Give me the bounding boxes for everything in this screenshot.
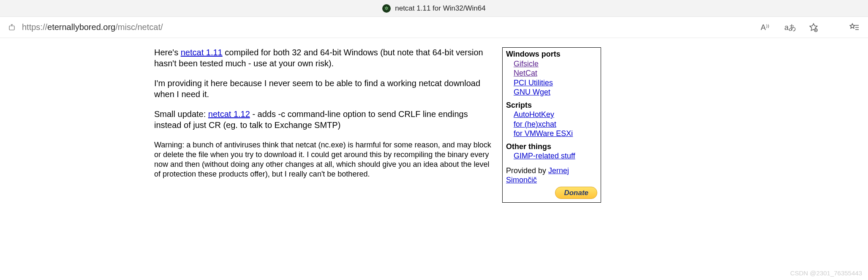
tab-title: netcat 1.11 for Win32/Win64 — [395, 4, 486, 13]
read-aloud-icon[interactable]: A⁾⁾ — [758, 21, 772, 34]
sidebar-link-esxi[interactable]: for VMWare ESXi — [514, 129, 573, 138]
favorites-list-icon[interactable] — [849, 22, 860, 33]
url-protocol: https:// — [22, 22, 47, 32]
sidebar-link-gimp[interactable]: GIMP-related stuff — [514, 152, 575, 160]
sidebar-link-netcat[interactable]: NetCat — [514, 69, 537, 77]
warning-paragraph: Warning: a bunch of antiviruses think th… — [154, 140, 496, 179]
sidebar-link-ahk[interactable]: AutoHotKey — [514, 110, 554, 119]
url-path: /misc/netcat/ — [115, 22, 163, 32]
sidebar-link-gifsicle[interactable]: Gifsicle — [514, 60, 539, 68]
favicon-icon: ✲ — [382, 4, 391, 13]
intro-paragraph: Here's netcat 1.11 compiled for both 32 … — [154, 47, 496, 69]
provided-by: Provided by Jernej Simončič — [506, 166, 597, 185]
reason-paragraph: I'm providing it here because I never se… — [154, 78, 496, 100]
sidebar-heading-ports: Windows ports — [506, 49, 597, 59]
donate-button[interactable]: Donate — [555, 187, 597, 199]
netcat-112-link[interactable]: netcat 1.12 — [208, 109, 250, 119]
sidebar-link-pci[interactable]: PCI Utilities — [514, 79, 553, 87]
sidebar-heading-other: Other things — [506, 142, 597, 152]
translate-icon[interactable]: aあ — [782, 21, 799, 34]
toolbar-right: A⁾⁾ aあ — [758, 21, 865, 34]
sidebar-link-hexchat[interactable]: for (he)xchat — [514, 120, 556, 128]
sidebar: Windows ports Gifsicle NetCat PCI Utilit… — [502, 47, 601, 203]
sidebar-link-wget[interactable]: GNU Wget — [514, 88, 550, 96]
main-column: Here's netcat 1.11 compiled for both 32 … — [154, 47, 496, 179]
browser-tab-bar: ✲ netcat 1.11 for Win32/Win64 — [0, 0, 868, 17]
svg-rect-0 — [9, 26, 14, 30]
update-paragraph: Small update: netcat 1.12 - adds -c comm… — [154, 109, 496, 130]
browser-tab[interactable]: ✲ netcat 1.11 for Win32/Win64 — [382, 4, 486, 13]
netcat-111-link[interactable]: netcat 1.11 — [181, 48, 223, 57]
url-display[interactable]: https://eternallybored.org/misc/netcat/ — [20, 22, 163, 32]
sidebar-heading-scripts: Scripts — [506, 101, 597, 110]
page-content: Here's netcat 1.11 compiled for both 32 … — [0, 38, 868, 203]
address-bar: https://eternallybored.org/misc/netcat/ … — [0, 17, 868, 38]
url-host: eternallybored.org — [47, 22, 115, 32]
site-info-icon[interactable] — [7, 22, 17, 33]
favorite-add-icon[interactable] — [809, 23, 818, 32]
